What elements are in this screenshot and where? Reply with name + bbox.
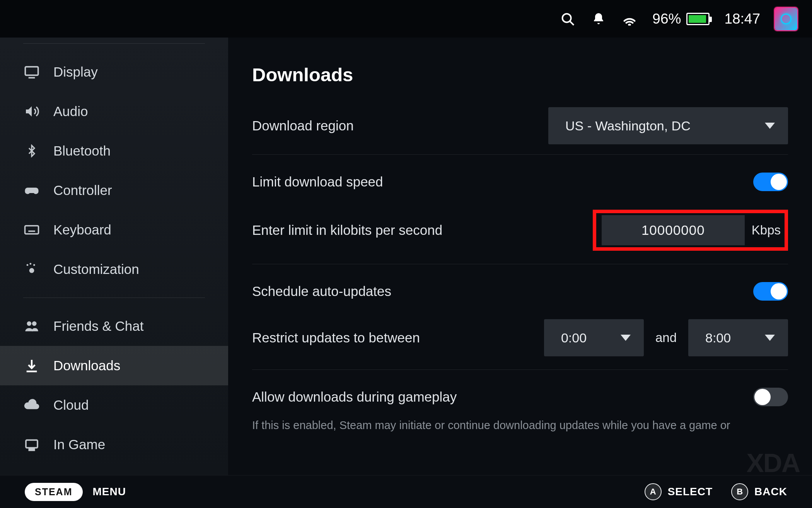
download-icon <box>23 357 40 374</box>
label-and: and <box>655 330 677 345</box>
svg-line-1 <box>570 21 574 25</box>
row-download-region: Download region US - Washington, DC <box>252 107 788 144</box>
sidebar-item-label: In Game <box>53 437 105 452</box>
sidebar-item-label: Customization <box>53 262 139 277</box>
label-gameplay: Allow downloads during gameplay <box>252 389 457 405</box>
help-gameplay: If this is enabled, Steam may initiate o… <box>252 418 788 433</box>
input-limit-kbps[interactable]: 10000000 <box>602 215 745 245</box>
sidebar-item-cloud[interactable]: Cloud <box>0 385 228 425</box>
ingame-icon <box>23 436 40 453</box>
sidebar-item-label: Cloud <box>53 397 89 413</box>
svg-point-0 <box>563 14 571 22</box>
svg-point-12 <box>29 263 31 265</box>
audio-icon <box>23 103 40 120</box>
cloud-icon <box>23 397 40 414</box>
sidebar-item-label: Friends & Chat <box>53 318 143 334</box>
svg-rect-4 <box>25 226 39 234</box>
sidebar-item-label: Bluetooth <box>53 143 111 159</box>
back-label: BACK <box>754 486 787 498</box>
dropdown-value: 8:00 <box>705 330 731 346</box>
svg-rect-17 <box>29 449 34 450</box>
chevron-down-icon <box>765 123 775 129</box>
controller-icon <box>23 182 40 199</box>
svg-point-14 <box>27 322 32 326</box>
settings-sidebar: Display Audio Bluetooth Controller Keybo… <box>0 38 228 475</box>
avatar[interactable] <box>775 8 797 30</box>
footer-hints: STEAM MENU A SELECT B BACK <box>0 475 812 508</box>
highlight-annotation: 10000000 Kbps <box>593 210 788 251</box>
label-schedule: Schedule auto-updates <box>252 284 391 299</box>
sidebar-item-label: Keyboard <box>53 222 111 238</box>
wifi-icon[interactable] <box>621 11 638 27</box>
divider <box>23 298 205 298</box>
sidebar-item-bluetooth[interactable]: Bluetooth <box>0 131 228 171</box>
sidebar-item-display[interactable]: Display <box>0 52 228 92</box>
dropdown-value: 0:00 <box>561 330 587 346</box>
bell-icon[interactable] <box>590 11 607 27</box>
status-bar: 96% 18:47 <box>0 0 812 38</box>
customization-icon <box>23 261 40 278</box>
b-button-icon: B <box>731 483 748 500</box>
chevron-down-icon <box>765 335 775 341</box>
svg-point-15 <box>32 322 37 326</box>
toggle-schedule[interactable] <box>753 282 788 301</box>
sidebar-item-label: Controller <box>53 183 112 198</box>
battery-status: 96% <box>652 11 710 27</box>
battery-icon <box>686 13 710 25</box>
steam-button[interactable]: STEAM <box>25 483 83 501</box>
dropdown-time-to[interactable]: 8:00 <box>688 319 788 356</box>
sidebar-item-ingame[interactable]: In Game <box>0 425 228 464</box>
divider <box>23 43 205 44</box>
dropdown-download-region[interactable]: US - Washington, DC <box>548 107 788 144</box>
sidebar-item-label: Audio <box>53 104 88 119</box>
row-limit-toggle: Limit download speed <box>252 165 788 199</box>
row-gameplay-toggle: Allow downloads during gameplay <box>252 380 788 414</box>
row-limit-input: Enter limit in kilobits per second 10000… <box>252 210 788 251</box>
page-title: Downloads <box>252 64 788 86</box>
bluetooth-icon <box>23 142 40 159</box>
divider <box>252 154 788 155</box>
svg-rect-16 <box>26 440 38 448</box>
battery-percent: 96% <box>652 11 681 27</box>
sidebar-item-downloads[interactable]: Downloads <box>0 346 228 385</box>
label-limit-speed: Limit download speed <box>252 174 383 190</box>
menu-label: MENU <box>93 486 126 498</box>
a-button-icon: A <box>645 483 662 500</box>
search-icon[interactable] <box>560 11 576 27</box>
chevron-down-icon <box>621 335 631 341</box>
label-download-region: Download region <box>252 118 354 133</box>
sidebar-item-controller[interactable]: Controller <box>0 171 228 210</box>
svg-point-13 <box>33 264 35 266</box>
hint-select: A SELECT <box>645 483 713 500</box>
sidebar-item-customization[interactable]: Customization <box>0 250 228 289</box>
svg-point-11 <box>27 264 29 266</box>
sidebar-item-label: Display <box>53 64 98 80</box>
friends-icon <box>23 318 40 335</box>
keyboard-icon <box>23 221 40 238</box>
svg-rect-2 <box>25 67 38 75</box>
label-kbps-unit: Kbps <box>752 223 781 238</box>
row-restrict-times: Restrict updates to between 0:00 and 8:0… <box>252 319 788 356</box>
divider <box>252 264 788 264</box>
sidebar-item-keyboard[interactable]: Keyboard <box>0 210 228 250</box>
select-label: SELECT <box>668 486 713 498</box>
divider <box>252 369 788 370</box>
hint-back: B BACK <box>731 483 787 500</box>
dropdown-time-from[interactable]: 0:00 <box>544 319 644 356</box>
sidebar-item-friends[interactable]: Friends & Chat <box>0 306 228 346</box>
svg-point-10 <box>29 268 34 273</box>
sidebar-item-label: Downloads <box>53 358 120 373</box>
sidebar-item-audio[interactable]: Audio <box>0 92 228 131</box>
toggle-gameplay[interactable] <box>753 388 788 406</box>
clock: 18:47 <box>724 11 760 27</box>
row-schedule-toggle: Schedule auto-updates <box>252 274 788 308</box>
dropdown-value: US - Washington, DC <box>565 118 691 133</box>
settings-main: Downloads Download region US - Washingto… <box>228 38 812 475</box>
toggle-limit-speed[interactable] <box>753 173 788 191</box>
display-icon <box>23 63 40 80</box>
label-limit-input: Enter limit in kilobits per second <box>252 222 442 238</box>
label-restrict: Restrict updates to between <box>252 330 420 346</box>
